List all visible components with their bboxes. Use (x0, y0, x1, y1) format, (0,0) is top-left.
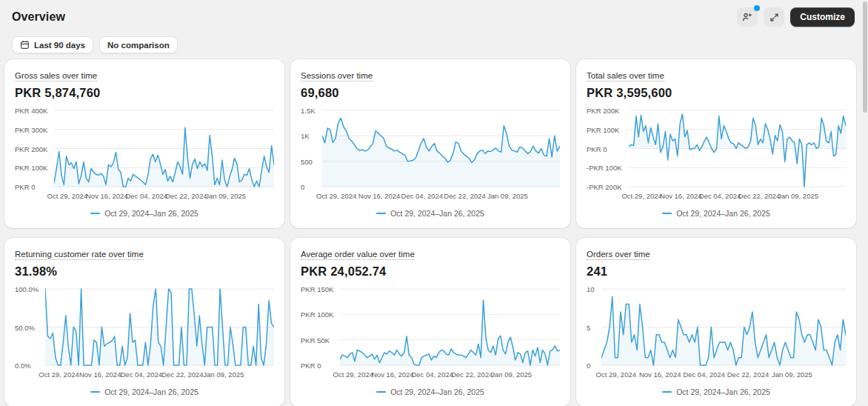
comparison-button[interactable]: No comparison (99, 36, 178, 53)
x-axis-label: Dec 22, 2024 (451, 370, 493, 379)
y-axis-label: PKR 400K (15, 107, 47, 115)
x-axis: Oct 29, 2024Nov 16, 2024Dec 04, 2024Dec … (629, 192, 846, 202)
y-axis-label: PKR 200K (587, 107, 619, 115)
y-axis-label: PKR 0 (15, 183, 35, 191)
chart-plot[interactable] (45, 285, 274, 368)
header-actions: Customize (737, 7, 855, 27)
legend-label: Oct 29, 2024–Jan 26, 2025 (390, 209, 484, 218)
x-axis-label: Nov 16, 2024 (660, 192, 702, 200)
legend: Oct 29, 2024–Jan 26, 2025 (587, 209, 846, 218)
metric-value: 31.98% (15, 264, 274, 279)
y-axis-label: PKR 0 (301, 362, 321, 370)
legend-marker (662, 391, 672, 393)
metric-value: PKR 24,052.74 (301, 264, 560, 279)
x-axis-label: Oct 29, 2024 (621, 192, 661, 200)
metric-title[interactable]: Gross sales over time (15, 71, 97, 81)
y-axis-label: 0.0% (15, 362, 31, 370)
y-axis-label: PKR 100K (15, 164, 47, 172)
line-chart[interactable] (322, 107, 560, 190)
x-axis-label: Dec 22, 2024 (444, 192, 486, 200)
date-range-label: Last 90 days (34, 41, 85, 50)
legend: Oct 29, 2024–Jan 26, 2025 (15, 387, 274, 396)
y-axis: 1.5K1.5K1K5000 (301, 107, 322, 190)
chart-plot[interactable] (54, 107, 274, 190)
metric-card-average-order-value: Average order value over time PKR 24,052… (290, 238, 570, 406)
x-axis-label: Jan 09, 2025 (491, 370, 532, 379)
legend-marker (90, 213, 100, 214)
chart: 1.5K1.5K1K5000 (301, 107, 560, 190)
metric-value: PKR 5,874,760 (15, 86, 274, 100)
metric-title[interactable]: Total sales over time (587, 71, 664, 81)
y-axis: 101050 (587, 285, 601, 368)
filter-bar: Last 90 days No comparison (0, 27, 868, 53)
x-axis-label: Jan 09, 2025 (205, 192, 246, 200)
calendar-icon (20, 40, 30, 50)
legend: Oct 29, 2024–Jan 26, 2025 (301, 209, 560, 218)
x-axis-label: Nov 16, 2024 (79, 370, 121, 379)
x-axis: Oct 29, 2024Nov 16, 2024Dec 04, 2024Dec … (54, 192, 274, 202)
x-axis-label: Oct 29, 2024 (333, 370, 373, 379)
line-chart[interactable] (601, 285, 846, 368)
x-axis-label: Nov 16, 2024 (86, 192, 128, 200)
legend-label: Oct 29, 2024–Jan 26, 2025 (104, 387, 198, 396)
x-axis-label: Jan 09, 2025 (778, 192, 818, 200)
y-axis-label: PKR 300K (15, 125, 47, 133)
y-axis: PKR 150KPKR 150KPKR 100KPKR 50KPKR 0 (301, 285, 340, 368)
legend-label: Oct 29, 2024–Jan 26, 2025 (104, 209, 198, 218)
x-axis-label: Dec 04, 2024 (683, 370, 725, 379)
y-axis: 100.0%100.0%50.0%0.0% (15, 285, 45, 368)
x-axis-label: Oct 29, 2024 (47, 192, 87, 200)
y-axis-label: 500 (301, 157, 313, 165)
y-axis-label: 1.5K (301, 107, 316, 115)
x-axis-label: Oct 29, 2024 (596, 370, 636, 379)
metric-title[interactable]: Average order value over time (301, 250, 415, 260)
y-axis-label: PKR 100K (587, 125, 619, 133)
metric-card-total-sales: Total sales over time PKR 3,595,600 -PKR… (576, 59, 856, 228)
x-axis-label: Dec 04, 2024 (401, 192, 444, 200)
chart: -PKR 100KPKR 200KPKR 100KPKR 0-PKR 100K-… (587, 107, 846, 190)
y-axis-label: 1K (301, 132, 310, 140)
comparison-label: No comparison (107, 41, 170, 50)
metric-title[interactable]: Orders over time (587, 250, 650, 260)
line-chart[interactable] (45, 285, 274, 368)
legend-label: Oct 29, 2024–Jan 26, 2025 (676, 209, 770, 218)
page-header: Overview Customize (0, 0, 868, 27)
scrollbar-thumb[interactable] (863, 1, 867, 113)
ai-insights-icon (742, 12, 752, 22)
y-axis-label: 0 (587, 362, 590, 370)
x-axis-label: Dec 04, 2024 (411, 370, 453, 379)
x-axis-label: Jan 09, 2025 (204, 370, 244, 379)
y-axis-label: PKR 150K (301, 285, 333, 293)
legend-marker (662, 213, 672, 214)
chart-plot[interactable] (322, 107, 560, 190)
line-chart[interactable] (54, 107, 274, 190)
metric-value: 241 (587, 264, 846, 279)
y-axis-label: -PKR 200K (587, 183, 622, 191)
notification-dot (754, 5, 760, 11)
metric-title[interactable]: Returning customer rate over time (15, 250, 144, 260)
y-axis-label: 50.0% (15, 323, 35, 331)
chart: 101050 (587, 285, 846, 368)
y-axis-label: PKR 0 (587, 144, 607, 153)
chart-plot[interactable] (629, 107, 846, 190)
ai-insights-button[interactable] (737, 7, 758, 27)
x-axis-label: Dec 22, 2024 (161, 370, 204, 379)
expand-button[interactable] (764, 7, 784, 27)
chart-plot[interactable] (601, 285, 846, 368)
line-chart[interactable] (340, 285, 560, 368)
legend: Oct 29, 2024–Jan 26, 2025 (587, 387, 846, 396)
metric-card-gross-sales: Gross sales over time PKR 5,874,760 PKR … (4, 59, 284, 228)
metric-value: PKR 3,595,600 (587, 86, 846, 100)
scrollbar[interactable] (862, 0, 868, 406)
y-axis: -PKR 100KPKR 200KPKR 100KPKR 0-PKR 100K-… (587, 107, 629, 190)
chart-plot[interactable] (340, 285, 560, 368)
customize-button[interactable]: Customize (790, 7, 855, 27)
y-axis-label: 10 (587, 285, 595, 293)
date-range-button[interactable]: Last 90 days (12, 36, 93, 53)
legend-marker (376, 391, 386, 393)
metric-title[interactable]: Sessions over time (301, 71, 373, 81)
line-chart[interactable] (629, 107, 846, 190)
y-axis-label: PKR 50K (301, 336, 330, 344)
x-axis: Oct 29, 2024Nov 16, 2024Dec 04, 2024Dec … (601, 370, 846, 380)
expand-icon (769, 13, 779, 22)
